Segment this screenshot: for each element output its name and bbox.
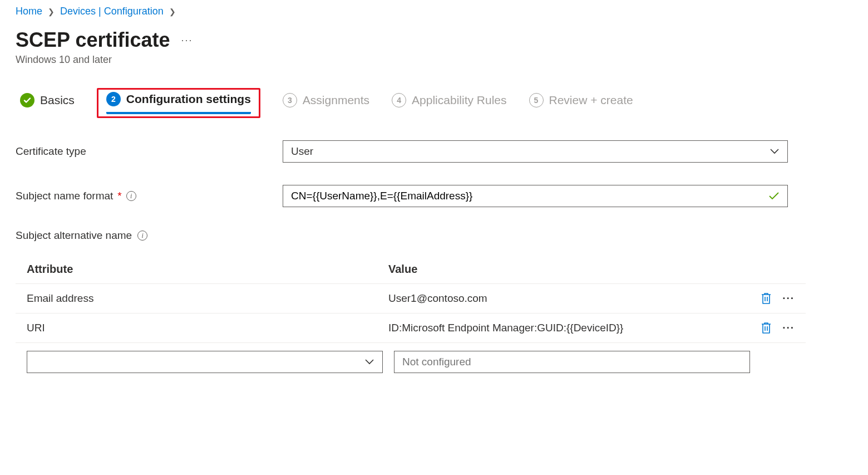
- subject-name-label-text: Subject name format: [16, 190, 113, 202]
- san-new-value-input-wrapper: [394, 351, 750, 373]
- page-subtitle: Windows 10 and later: [16, 54, 852, 66]
- delete-icon[interactable]: [760, 321, 772, 335]
- breadcrumb: Home ❯ Devices | Configuration ❯: [16, 6, 852, 17]
- delete-icon[interactable]: [760, 292, 772, 305]
- row-more-icon[interactable]: ···: [782, 322, 795, 334]
- certificate-type-select[interactable]: User: [283, 140, 788, 163]
- wizard-steps: Basics 2 Configuration settings 3 Assign…: [16, 88, 852, 118]
- step-number-icon: 2: [106, 92, 121, 106]
- wizard-step-label: Review + create: [549, 94, 633, 107]
- wizard-step-basics[interactable]: Basics: [20, 93, 75, 113]
- san-table-header: Attribute Value: [16, 255, 806, 284]
- subject-name-format-label: Subject name format * i: [16, 190, 283, 202]
- certificate-type-label: Certificate type: [16, 145, 283, 158]
- wizard-step-label: Configuration settings: [126, 92, 251, 106]
- san-row: Email address User1@contoso.com ···: [16, 284, 806, 314]
- san-new-value-input[interactable]: [402, 356, 742, 368]
- step-number-icon: 4: [392, 93, 406, 107]
- field-certificate-type: Certificate type User: [16, 140, 852, 163]
- san-row-attribute: URI: [27, 322, 388, 334]
- san-row-value: User1@contoso.com: [388, 292, 739, 305]
- chevron-right-icon: ❯: [169, 7, 176, 16]
- subject-name-format-input[interactable]: [291, 190, 768, 202]
- step-number-icon: 3: [283, 93, 297, 107]
- chevron-down-icon: [364, 359, 374, 365]
- san-section-label: Subject alternative name i: [16, 229, 852, 242]
- san-table: Attribute Value Email address User1@cont…: [16, 255, 806, 373]
- certificate-type-value: User: [291, 145, 313, 158]
- wizard-step-config[interactable]: 2 Configuration settings: [106, 92, 251, 114]
- info-icon[interactable]: i: [137, 231, 147, 241]
- san-header-attribute: Attribute: [27, 263, 388, 276]
- wizard-step-label: Basics: [40, 94, 75, 107]
- wizard-step-applicability[interactable]: 4 Applicability Rules: [392, 93, 506, 113]
- subject-name-format-input-wrapper: [283, 185, 788, 207]
- san-label-text: Subject alternative name: [16, 229, 132, 242]
- breadcrumb-home[interactable]: Home: [16, 6, 42, 17]
- highlight-box: 2 Configuration settings: [97, 88, 260, 118]
- info-icon[interactable]: i: [126, 191, 136, 201]
- chevron-right-icon: ❯: [48, 7, 55, 16]
- san-new-row: [16, 343, 761, 373]
- page-title-row: SCEP certificate ···: [16, 28, 852, 52]
- san-row-attribute: Email address: [27, 292, 388, 305]
- field-subject-name-format: Subject name format * i: [16, 185, 852, 207]
- wizard-step-label: Assignments: [303, 94, 369, 107]
- required-asterisk: *: [117, 190, 121, 202]
- page-title: SCEP certificate: [16, 28, 170, 52]
- step-number-icon: 5: [529, 93, 544, 107]
- breadcrumb-devices[interactable]: Devices | Configuration: [60, 6, 164, 17]
- san-row: URI ID:Microsoft Endpoint Manager:GUID:{…: [16, 314, 806, 343]
- check-icon: [20, 93, 34, 107]
- chevron-down-icon: [770, 148, 780, 155]
- wizard-step-label: Applicability Rules: [412, 94, 506, 107]
- valid-check-icon: [768, 192, 780, 200]
- wizard-step-assignments[interactable]: 3 Assignments: [283, 93, 369, 113]
- row-more-icon[interactable]: ···: [782, 292, 795, 305]
- san-row-value: ID:Microsoft Endpoint Manager:GUID:{{Dev…: [388, 322, 739, 334]
- more-actions-icon[interactable]: ···: [181, 35, 193, 46]
- san-new-attribute-select[interactable]: [27, 351, 383, 373]
- wizard-step-review[interactable]: 5 Review + create: [529, 93, 633, 113]
- san-header-value: Value: [388, 263, 739, 276]
